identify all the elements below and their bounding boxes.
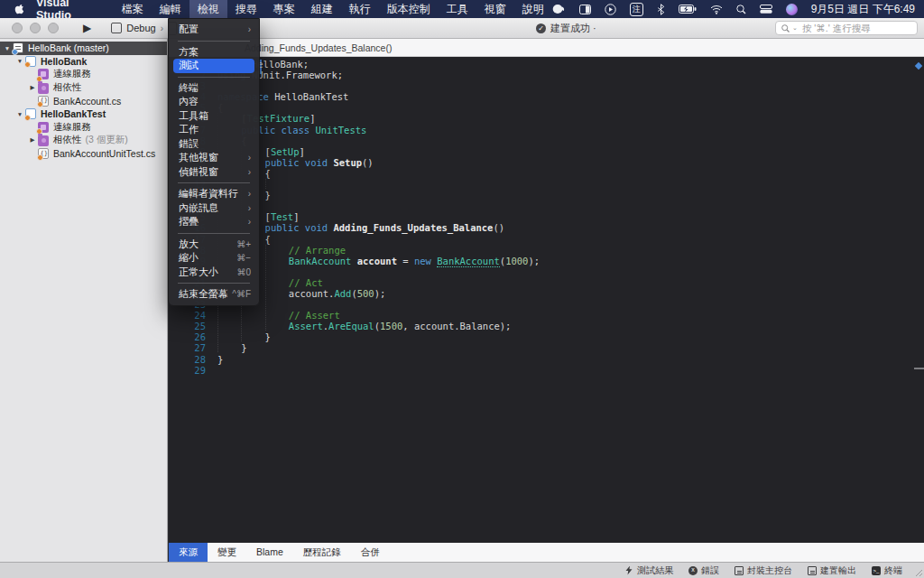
close-window-button[interactable] bbox=[12, 23, 23, 33]
menubar-items: 檔案編輯檢視搜尋專案組建執行版本控制工具視窗說明 bbox=[114, 0, 552, 18]
wifi-icon[interactable] bbox=[710, 5, 723, 14]
menu-item[interactable]: 偵錯視窗› bbox=[173, 165, 254, 180]
line-number: 28 bbox=[169, 354, 217, 365]
postgres-elephant-icon[interactable] bbox=[552, 4, 566, 14]
menu-item[interactable]: 內嵌訊息› bbox=[173, 201, 254, 216]
menu-item[interactable]: 編輯者資料行› bbox=[173, 187, 254, 201]
menu-item[interactable]: 工作 bbox=[173, 123, 254, 137]
menubar-item[interactable]: 編輯 bbox=[152, 0, 189, 18]
menubar-item[interactable]: 組建 bbox=[303, 0, 341, 18]
code-line: 23 bbox=[169, 299, 914, 310]
minimize-window-button[interactable] bbox=[30, 23, 41, 33]
build-status[interactable]: ✓ 建置成功 · bbox=[536, 18, 596, 39]
tree-item[interactable]: 連線服務 bbox=[0, 68, 167, 81]
menu-item[interactable]: 縮小⌘− bbox=[173, 251, 254, 266]
menu-item[interactable]: 配置› bbox=[173, 23, 254, 37]
menubar-status-area: 注 9月5日 週日 下午6:49 bbox=[552, 2, 915, 17]
bluetooth-icon[interactable] bbox=[657, 4, 665, 15]
submenu-arrow-icon: › bbox=[248, 189, 251, 199]
menubar-item[interactable]: 工具 bbox=[439, 0, 476, 18]
statusbar-item[interactable]: 錯誤 bbox=[688, 564, 719, 577]
menu-item[interactable]: 正常大小⌘0 bbox=[173, 266, 254, 280]
disclosure-expanded-icon: ▼ bbox=[15, 58, 24, 64]
screen-recording-icon[interactable] bbox=[605, 4, 616, 15]
indent-guide bbox=[217, 331, 241, 341]
resize-grip[interactable] bbox=[912, 566, 923, 577]
menubar-item[interactable]: 說明 bbox=[514, 0, 552, 18]
tree-item[interactable]: 連線服務 bbox=[0, 121, 167, 135]
tree-item[interactable]: ▶相依性(3 個更新) bbox=[0, 134, 167, 147]
tree-item-label: HelloBankTest bbox=[41, 108, 106, 119]
menu-item[interactable]: 其他視窗› bbox=[173, 151, 254, 165]
tree-item[interactable]: BankAccountUnitTest.cs bbox=[0, 147, 167, 161]
disclosure-expanded-icon: ▼ bbox=[15, 111, 24, 117]
window-toolbar: ▶ Debug › ✓ 建置成功 · ⌄ bbox=[0, 18, 924, 39]
statusbar-item[interactable]: 終端 bbox=[872, 564, 902, 577]
menu-item[interactable]: 測試 bbox=[173, 59, 254, 73]
code-line: 3 bbox=[169, 80, 914, 91]
status-bar: 測試結果錯誤封裝主控台建置輸出終端 bbox=[0, 562, 924, 578]
tree-item[interactable]: ▼HelloBank bbox=[0, 55, 167, 69]
vc-tab[interactable]: 歷程記錄 bbox=[293, 543, 351, 562]
run-button[interactable]: ▶ bbox=[83, 18, 91, 39]
menu-item[interactable]: 摺疊› bbox=[173, 215, 254, 229]
spotlight-search-icon[interactable] bbox=[736, 5, 746, 14]
statusbar-item[interactable]: 測試結果 bbox=[624, 564, 673, 577]
global-search-field[interactable]: ⌄ bbox=[775, 21, 918, 35]
menu-item[interactable]: 終端 bbox=[173, 81, 254, 96]
menubar-item[interactable]: 版本控制 bbox=[379, 0, 439, 18]
zoom-window-button[interactable] bbox=[48, 23, 59, 33]
menu-item-label: 終端 bbox=[179, 81, 251, 95]
input-source-zhuyin-icon[interactable]: 注 bbox=[630, 3, 643, 16]
siri-icon[interactable] bbox=[786, 4, 798, 15]
code-line: 4namespace HelloBankTest bbox=[169, 91, 914, 102]
tree-item[interactable]: ▶相依性 bbox=[0, 81, 167, 95]
folder-icon bbox=[38, 83, 49, 94]
submenu-arrow-icon: › bbox=[248, 24, 251, 34]
editor-breadcrumb[interactable]: Adding_Funds_Updates_Balance() bbox=[169, 39, 924, 57]
folder-icon bbox=[38, 135, 49, 146]
search-input[interactable] bbox=[800, 22, 911, 34]
statusbar-item[interactable]: 建置輸出 bbox=[808, 564, 856, 577]
menu-item[interactable]: 方案 bbox=[173, 45, 254, 60]
menu-shortcut: ⌘− bbox=[236, 253, 251, 263]
tree-item-label: BankAccount.cs bbox=[53, 96, 121, 107]
menu-item-label: 編輯者資料行 bbox=[179, 187, 248, 200]
backup-drive-icon[interactable] bbox=[760, 5, 772, 14]
scrollbar-caret-marker bbox=[914, 368, 924, 369]
solution-icon bbox=[13, 42, 23, 53]
errors-icon bbox=[688, 566, 698, 575]
tree-item[interactable]: BankAccount.cs bbox=[0, 94, 167, 107]
menubar-clock[interactable]: 9月5日 週日 下午6:49 bbox=[811, 2, 915, 17]
code-line: 21// Act bbox=[169, 277, 914, 288]
apple-logo-icon[interactable] bbox=[14, 3, 25, 15]
menu-separator bbox=[178, 182, 250, 183]
vc-tab[interactable]: 變更 bbox=[208, 543, 246, 562]
menubar-item[interactable]: 執行 bbox=[341, 0, 379, 18]
menubar-item[interactable]: 檢視 bbox=[189, 0, 227, 18]
menu-item[interactable]: 結束全螢幕^⌘F bbox=[173, 287, 254, 302]
vc-tab[interactable]: 來源 bbox=[169, 543, 208, 562]
menu-shortcut: ⌘0 bbox=[236, 267, 251, 277]
menubar-item[interactable]: 視窗 bbox=[476, 0, 514, 18]
editor-scrollbar[interactable] bbox=[914, 57, 924, 543]
menu-item-label: 測試 bbox=[179, 59, 251, 72]
menu-item[interactable]: 錯誤 bbox=[173, 137, 254, 152]
menu-item[interactable]: 內容 bbox=[173, 95, 254, 109]
menubar-item[interactable]: 搜尋 bbox=[227, 0, 265, 18]
window-layout-icon[interactable] bbox=[579, 5, 591, 14]
menubar-item[interactable]: 專案 bbox=[265, 0, 303, 18]
code-editor[interactable]: 1using HelloBank;2using NUnit.Framework;… bbox=[169, 57, 924, 543]
code-line: 18// Arrange bbox=[169, 245, 914, 256]
vc-tab[interactable]: Blame bbox=[246, 543, 293, 562]
menu-item[interactable]: 放大⌘+ bbox=[173, 238, 254, 252]
tree-item[interactable]: ▼HelloBank (master) bbox=[0, 42, 167, 55]
code-line: 29 bbox=[169, 365, 914, 376]
menu-item[interactable]: 工具箱 bbox=[173, 109, 254, 124]
vc-tab[interactable]: 合併 bbox=[351, 543, 390, 562]
screen: Visual Studio 檔案編輯檢視搜尋專案組建執行版本控制工具視窗說明 注 bbox=[0, 0, 924, 578]
menubar-item[interactable]: 檔案 bbox=[114, 0, 152, 18]
tree-item[interactable]: ▼HelloBankTest bbox=[0, 107, 167, 121]
statusbar-item[interactable]: 封裝主控台 bbox=[735, 564, 792, 577]
battery-charging-icon[interactable] bbox=[679, 5, 697, 14]
